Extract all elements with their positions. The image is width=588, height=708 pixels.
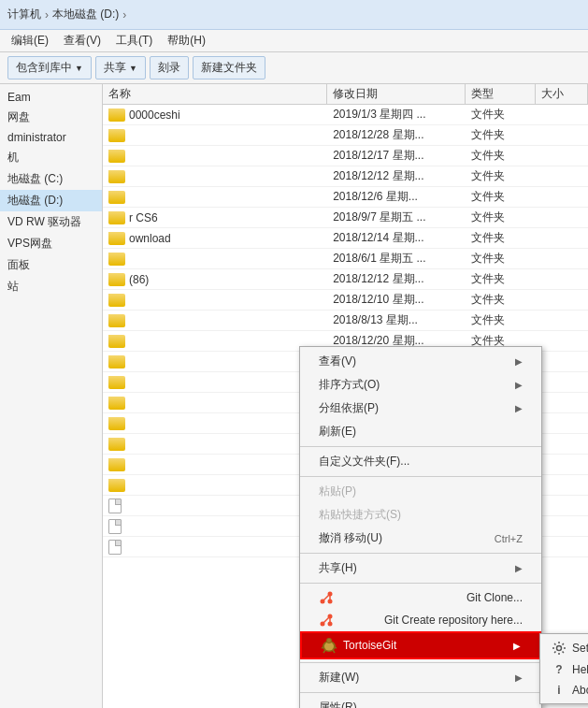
file-name: [103, 417, 327, 430]
arrow-icon: ▶: [515, 403, 523, 413]
svg-line-17: [335, 647, 337, 648]
sub-help[interactable]: ? Help: [540, 659, 588, 680]
file-name: 0000ceshi: [103, 108, 327, 122]
folder-icon: [108, 458, 125, 471]
sidebar-item-dvd[interactable]: VD RW 驱动器: [0, 211, 102, 233]
table-row[interactable]: 2018/12/6 星期... 文件夹: [103, 187, 588, 208]
col-header-name[interactable]: 名称: [103, 84, 327, 104]
toolbar-new-folder[interactable]: 新建文件夹: [193, 56, 265, 79]
sub-about[interactable]: i About: [540, 680, 588, 701]
col-header-type[interactable]: 类型: [466, 84, 536, 104]
folder-icon: [108, 129, 125, 142]
arrow-icon: ▶: [515, 380, 523, 390]
sidebar-item-site[interactable]: 站: [0, 276, 102, 297]
ctx-paste-shortcut[interactable]: 粘贴快捷方式(S): [300, 503, 541, 527]
table-row[interactable]: 2018/12/10 星期... 文件夹: [103, 290, 588, 311]
ctx-view[interactable]: 查看(V) ▶: [300, 350, 541, 373]
file-date: 2018/12/14 星期...: [327, 230, 466, 246]
col-header-date[interactable]: 修改日期: [327, 84, 466, 104]
folder-icon: [108, 191, 125, 204]
ctx-tortoisegit[interactable]: TortoiseGit ▶ Settings ? Help: [300, 631, 541, 659]
file-icon: [108, 498, 122, 513]
folder-icon: [108, 273, 125, 286]
arrow-icon: ▶: [513, 641, 521, 651]
file-area: 名称 修改日期 类型 大小 0000ceshi 2019/1/3 星期四 ...…: [103, 84, 588, 708]
sidebar-item-eam[interactable]: Eam: [0, 88, 102, 107]
folder-icon: [108, 314, 125, 327]
file-name: [103, 253, 327, 266]
ctx-paste[interactable]: 粘贴(P): [300, 480, 541, 503]
folder-icon: [108, 438, 125, 451]
title-bar: 计算机 › 本地磁盘 (D:) ›: [0, 0, 588, 30]
submenu: Settings ? Help i About: [539, 633, 588, 704]
file-name: [103, 498, 327, 513]
ctx-sort[interactable]: 排序方式(O) ▶: [300, 373, 541, 397]
ctx-separator: [300, 692, 541, 693]
table-row[interactable]: 2018/12/12 星期... 文件夹: [103, 166, 588, 187]
file-date: 2018/12/12 星期...: [327, 168, 466, 184]
ctx-git-clone[interactable]: Git Clone...: [300, 586, 541, 609]
sidebar-item-netdisk[interactable]: 网盘: [0, 107, 102, 128]
ctx-new[interactable]: 新建(W) ▶: [300, 666, 541, 689]
sidebar-item-vps[interactable]: VPS网盘: [0, 233, 102, 254]
toolbar: 包含到库中 ▼ 共享 ▼ 刻录 新建文件夹: [0, 52, 588, 84]
sidebar-item-machine[interactable]: 机: [0, 147, 102, 168]
folder-icon: [108, 294, 125, 307]
ctx-undo[interactable]: 撤消 移动(U) Ctrl+Z: [300, 527, 541, 550]
file-icon: [108, 540, 122, 555]
file-name: ownload: [103, 232, 327, 245]
ctx-git-create[interactable]: Git Create repository here...: [300, 609, 541, 631]
menu-view[interactable]: 查看(V): [56, 31, 108, 51]
folder-icon: [108, 232, 125, 245]
sidebar-item-drive-d[interactable]: 地磁盘 (D:): [0, 190, 102, 211]
svg-line-16: [322, 647, 323, 648]
breadcrumb-sep: ›: [45, 8, 49, 22]
git-icon: [319, 613, 334, 628]
ctx-separator: [300, 553, 541, 554]
toolbar-burn[interactable]: 刻录: [150, 56, 189, 79]
menu-edit[interactable]: 编辑(E): [4, 31, 56, 51]
folder-icon: [108, 376, 125, 389]
sidebar-item-administrator[interactable]: dministrator: [0, 128, 102, 147]
file-name: [103, 540, 327, 555]
table-row[interactable]: 2018/6/1 星期五 ... 文件夹: [103, 249, 588, 269]
ctx-separator: [300, 662, 541, 663]
help-icon: ?: [552, 663, 566, 676]
ctx-properties[interactable]: 属性(R): [300, 696, 541, 708]
table-row[interactable]: 2018/12/28 星期... 文件夹: [103, 125, 588, 146]
menu-help[interactable]: 帮助(H): [160, 31, 213, 51]
sidebar-item-panel[interactable]: 面板: [0, 254, 102, 276]
dropdown-arrow-icon: ▼: [75, 64, 83, 73]
ctx-share[interactable]: 共享(H) ▶: [300, 556, 541, 580]
sidebar-item-drive-c[interactable]: 地磁盘 (C:): [0, 168, 102, 190]
table-row[interactable]: 2018/8/13 星期... 文件夹: [103, 311, 588, 331]
sub-settings[interactable]: Settings: [540, 637, 588, 659]
table-row[interactable]: ownload 2018/12/14 星期... 文件夹: [103, 228, 588, 249]
file-date: 2019/1/3 星期四 ...: [327, 107, 466, 123]
file-type: 文件夹: [466, 271, 536, 287]
file-name: [103, 397, 327, 410]
toolbar-share[interactable]: 共享 ▼: [95, 56, 146, 79]
toolbar-include-library[interactable]: 包含到库中 ▼: [7, 56, 92, 79]
breadcrumb-item: 计算机: [7, 7, 41, 22]
file-name: [103, 170, 327, 183]
table-row[interactable]: 0000ceshi 2019/1/3 星期四 ... 文件夹: [103, 105, 588, 125]
menu-tools[interactable]: 工具(T): [108, 31, 160, 51]
folder-icon: [108, 335, 125, 348]
file-name: (86): [103, 273, 327, 286]
table-row[interactable]: r CS6 2018/9/7 星期五 ... 文件夹: [103, 208, 588, 228]
file-date: 2018/12/17 星期...: [327, 148, 466, 164]
file-name: [103, 294, 327, 307]
file-type: 文件夹: [466, 127, 536, 143]
ctx-customize[interactable]: 自定义文件夹(F)...: [300, 450, 541, 473]
ctx-group[interactable]: 分组依据(P) ▶: [300, 397, 541, 420]
col-header-size[interactable]: 大小: [536, 84, 588, 104]
svg-line-15: [333, 650, 335, 653]
arrow-icon: ▶: [515, 563, 523, 573]
table-row[interactable]: (86) 2018/12/12 星期... 文件夹: [103, 269, 588, 290]
file-date: 2018/12/10 星期...: [327, 292, 466, 308]
table-row[interactable]: 2018/12/17 星期... 文件夹: [103, 146, 588, 166]
context-menu: 查看(V) ▶ 排序方式(O) ▶ 分组依据(P) ▶ 刷新(E) 自定义文件夹…: [299, 346, 542, 708]
file-type: 文件夹: [466, 312, 536, 328]
ctx-refresh[interactable]: 刷新(E): [300, 420, 541, 443]
